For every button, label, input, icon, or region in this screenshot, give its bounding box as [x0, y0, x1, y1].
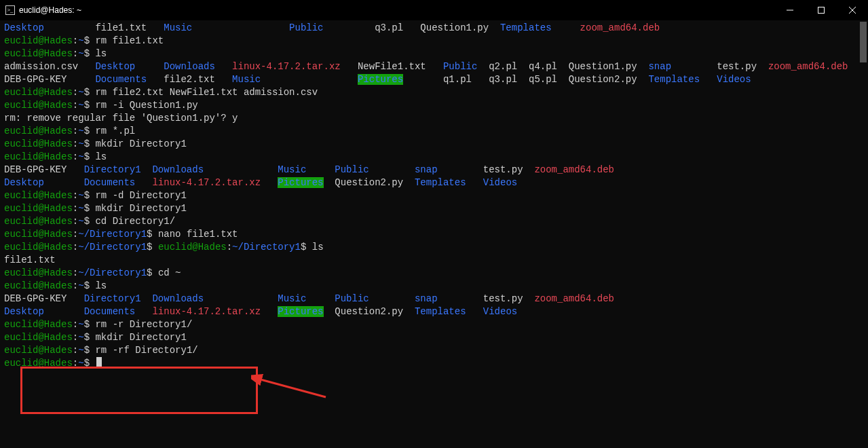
prompt-line: euclid@Hades:~$ mkdir Directory1	[4, 202, 864, 215]
ls-entry: Desktop	[4, 22, 95, 33]
ls-entry: linux-4.17.2.tar.xz	[152, 306, 278, 317]
prompt-line: euclid@Hades:~$ rm file2.txt NewFile1.tx…	[4, 86, 864, 99]
ls-row: Desktop Documents linux-4.17.2.tar.xz Pi…	[4, 305, 864, 318]
ls-entry: Music	[278, 293, 335, 304]
prompt-line: euclid@Hades:~$ rm -rf Directory1/	[4, 344, 864, 357]
ls-entry: Downloads	[152, 293, 278, 304]
ls-entry: snap	[415, 293, 483, 304]
window-titlebar: >_ euclid@Hades: ~	[0, 0, 868, 20]
ls-entry: Videos	[483, 177, 517, 188]
ls-row: Desktop Documents linux-4.17.2.tar.xz Pi…	[4, 176, 864, 189]
ls-entry: linux-4.17.2.tar.xz	[152, 177, 278, 188]
ls-entry: q4.pl	[529, 61, 569, 72]
ls-entry: Templates	[415, 177, 483, 188]
ls-entry: Music	[164, 22, 289, 33]
window-title: euclid@Hades: ~	[19, 5, 81, 15]
prompt-line: euclid@Hades:~$ mkdir Directory1	[4, 138, 864, 151]
ls-entry: Music	[232, 74, 358, 85]
ls-entry: Public	[289, 22, 375, 33]
ls-entry: Pictures	[278, 306, 323, 317]
prompt-line: euclid@Hades:~$ ls	[4, 151, 864, 164]
ls-row: DEB-GPG-KEY Directory1 Downloads Music P…	[4, 293, 864, 305]
ls-entry: Documents	[95, 74, 164, 85]
svg-rect-1	[818, 7, 825, 14]
ls-entry: zoom_amd64.deb	[768, 61, 848, 72]
ls-entry: q3.pl	[375, 22, 420, 33]
prompt-line: euclid@Hades:~/Directory1$ cd ~	[4, 267, 864, 280]
ls-entry: NewFile1.txt	[358, 61, 443, 72]
prompt-line: euclid@Hades:~$ mkdir Directory1	[4, 331, 864, 344]
prompt-line: euclid@Hades:~$ ls	[4, 48, 864, 60]
ls-row: DEB-GPG-KEY Directory1 Downloads Music P…	[4, 164, 864, 176]
ls-entry: Templates	[500, 22, 580, 33]
ls-row: admission.csv Desktop Downloads linux-4.…	[4, 60, 864, 73]
output-line: file1.txt	[4, 254, 864, 267]
ls-entry: Question2.py	[569, 74, 649, 85]
ls-entry: test.py	[483, 293, 535, 304]
prompt-line: euclid@Hades:~/Directory1$ euclid@Hades:…	[4, 241, 864, 254]
ls-entry: Desktop	[95, 61, 164, 72]
ls-entry: q1.pl	[443, 74, 489, 85]
prompt-line: euclid@Hades:~/Directory1$ nano file1.tx…	[4, 228, 864, 241]
ls-entry: Music	[278, 164, 335, 175]
ls-entry: Public	[335, 293, 415, 304]
ls-entry: DEB-GPG-KEY	[4, 74, 95, 85]
ls-entry: zoom_amd64.deb	[534, 164, 614, 175]
ls-entry: Documents	[84, 306, 153, 317]
minimize-button[interactable]	[774, 0, 806, 20]
ls-entry: snap	[415, 164, 483, 175]
ls-entry: Desktop	[4, 306, 84, 317]
ls-entry: linux-4.17.2.tar.xz	[232, 61, 358, 72]
ls-entry: Videos	[717, 74, 751, 85]
ls-entry: Downloads	[164, 61, 232, 72]
ls-entry: Directory1	[84, 164, 153, 175]
ls-entry: zoom_amd64.deb	[534, 293, 614, 304]
prompt-line: euclid@Hades:~$ rm -d Directory1	[4, 189, 864, 202]
ls-entry: q3.pl	[489, 74, 529, 85]
close-button[interactable]	[837, 0, 868, 20]
terminal-area[interactable]: Desktop file1.txt Music Public q3.pl Que…	[0, 20, 868, 448]
output-line: rm: remove regular file 'Question1.py'? …	[4, 112, 864, 125]
ls-entry: DEB-GPG-KEY	[4, 293, 84, 304]
ls-entry: test.py	[717, 61, 768, 72]
ls-entry: Pictures	[358, 74, 403, 85]
ls-entry: Public	[443, 61, 489, 72]
prompt-line: euclid@Hades:~$ rm -i Question1.py	[4, 99, 864, 112]
ls-entry: Question2.py	[335, 177, 415, 188]
ls-row: DEB-GPG-KEY Documents file2.txt Music Pi…	[4, 73, 864, 86]
prompt-line: euclid@Hades:~$	[4, 357, 864, 370]
ls-entry: Question1.py	[420, 22, 500, 33]
ls-entry: file2.txt	[164, 74, 232, 85]
ls-entry: zoom_amd64.deb	[580, 22, 660, 33]
ls-entry: Videos	[483, 306, 517, 317]
ls-entry: Downloads	[152, 164, 278, 175]
ls-entry: Question2.py	[335, 306, 415, 317]
maximize-button[interactable]	[806, 0, 837, 20]
ls-entry: Documents	[84, 177, 153, 188]
ls-entry: Public	[335, 164, 415, 175]
ls-row: Desktop file1.txt Music Public q3.pl Que…	[4, 22, 864, 35]
prompt-line: euclid@Hades:~$ rm -r Directory1/	[4, 318, 864, 331]
ls-entry: file1.txt	[95, 22, 164, 33]
ls-entry: q2.pl	[489, 61, 529, 72]
terminal-icon: >_	[5, 5, 15, 15]
ls-entry: test.py	[483, 164, 535, 175]
window-controls	[774, 0, 868, 20]
cursor	[96, 357, 102, 367]
ls-entry: Templates	[415, 306, 483, 317]
ls-entry: DEB-GPG-KEY	[4, 164, 84, 175]
ls-entry: q5.pl	[529, 74, 569, 85]
prompt-line: euclid@Hades:~$ cd Directory1/	[4, 215, 864, 228]
ls-entry: snap	[648, 61, 717, 72]
prompt-line: euclid@Hades:~$ rm *.pl	[4, 125, 864, 138]
ls-entry: Pictures	[278, 177, 323, 188]
prompt-line: euclid@Hades:~$ ls	[4, 280, 864, 293]
ls-entry: Templates	[648, 74, 717, 85]
prompt-line: euclid@Hades:~$ rm file1.txt	[4, 35, 864, 48]
ls-entry: Directory1	[84, 293, 153, 304]
ls-entry: Desktop	[4, 177, 84, 188]
ls-entry: Question1.py	[569, 61, 649, 72]
scrollbar-thumb[interactable]	[860, 22, 867, 62]
ls-entry: admission.csv	[4, 61, 95, 72]
